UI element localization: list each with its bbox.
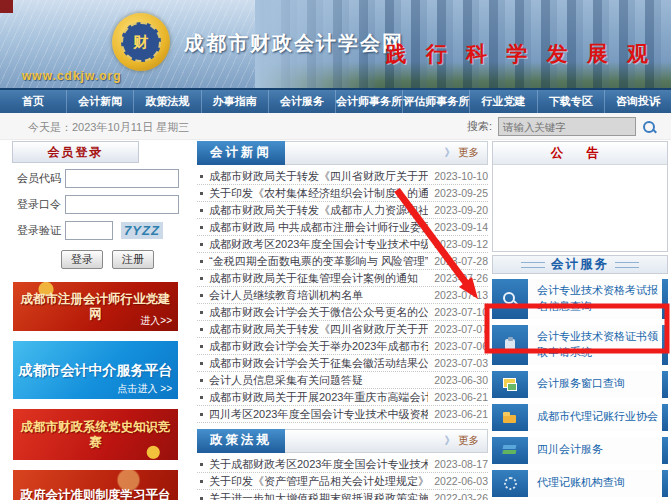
news-link[interactable]: 会计人员信息采集有关问题答疑: [209, 373, 428, 388]
nav-link[interactable]: 会计新闻: [78, 94, 122, 109]
line-decoration: [615, 262, 639, 268]
tab-policy-regulations[interactable]: 政策法规: [197, 429, 285, 453]
nav-item[interactable]: 会计服务: [269, 90, 336, 113]
service-link[interactable]: 会计专业技术资格考试报名信息查询: [528, 279, 662, 319]
nav-link[interactable]: 下载专区: [549, 94, 593, 109]
service-link[interactable]: 代理记账机构查询: [528, 470, 662, 497]
more-arrows-icon: 》: [445, 146, 456, 158]
nav-item[interactable]: 办事指南: [202, 90, 269, 113]
nav-link[interactable]: 评估师事务所: [403, 94, 469, 109]
bullet-icon: [200, 497, 203, 500]
nav-item[interactable]: 首页: [0, 90, 67, 113]
corner-decoration: [0, 0, 13, 13]
service-link[interactable]: 成都市代理记账行业协会: [528, 404, 662, 431]
policy-link[interactable]: 关于进一步加大增值税期末留抵退税政策实施力度的公...: [209, 491, 428, 500]
service-item[interactable]: 成都市代理记账行业协会: [492, 404, 668, 431]
banner-stack: 成都市注册会计师行业党建网 进入>> 成都市会计中介服务平台 点击进入 >> 成…: [13, 282, 178, 500]
news-date: 2023-09-14: [434, 221, 488, 233]
promo-banner[interactable]: 政府会计准则制度学习平台: [13, 470, 178, 500]
service-item[interactable]: 会计服务窗口查询: [492, 371, 668, 398]
news-item: 会计人员继续教育培训机构名单 2023-07-13: [197, 287, 488, 304]
policy-more-link[interactable]: 》 更多: [445, 434, 487, 448]
service-link[interactable]: 会计服务窗口查询: [528, 371, 662, 398]
member-code-field[interactable]: [65, 169, 179, 188]
policy-list: 关于成都财政考区2023年度全国会计专业技术中级... 2023-08-17 关…: [197, 456, 488, 500]
nav-link[interactable]: 政策法规: [146, 94, 190, 109]
service-link[interactable]: 会计专业技术资格证书领取申请系统: [528, 325, 662, 365]
nav-item[interactable]: 会计新闻: [67, 90, 134, 113]
nav-link[interactable]: 会计服务: [280, 94, 324, 109]
nav-item[interactable]: 行业党建: [470, 90, 537, 113]
nav-link[interactable]: 办事指南: [213, 94, 257, 109]
service-icon-rail: [492, 325, 528, 365]
service-item[interactable]: 会计专业技术资格考试报名信息查询: [492, 279, 668, 319]
policy-date: 2022-06-03: [434, 475, 488, 487]
password-field[interactable]: [65, 195, 179, 214]
service-item[interactable]: 四川会计服务: [492, 437, 668, 464]
service-item[interactable]: 会计专业技术资格证书领取申请系统: [492, 325, 668, 365]
promo-banner[interactable]: 成都市财政系统党史知识竞赛: [13, 409, 178, 460]
nav-link[interactable]: 会计师事务所: [336, 94, 402, 109]
news-link[interactable]: 成都市财政会计学会关于征集会徽活动结果公告: [209, 356, 428, 371]
nav-link[interactable]: 行业党建: [482, 94, 526, 109]
news-link[interactable]: 关于印发《农村集体经济组织会计制度》的通知: [209, 186, 428, 201]
news-link[interactable]: 会计人员继续教育培训机构名单: [209, 288, 428, 303]
news-date: 2023-10-10: [434, 170, 488, 182]
news-link[interactable]: 四川考区2023年度全国会计专业技术中级资格考试...: [209, 407, 428, 422]
service-icon: [502, 409, 518, 425]
tab-accounting-news[interactable]: 会计新闻: [197, 141, 285, 165]
nav-link[interactable]: 咨询投诉: [616, 94, 660, 109]
news-more-link[interactable]: 》 更多: [445, 146, 487, 160]
register-button[interactable]: 注册: [112, 250, 154, 269]
news-link[interactable]: 成都市财政会计学会关于举办2023年成都市行政事...: [209, 339, 428, 354]
policy-link[interactable]: 关于成都财政考区2023年度全国会计专业技术中级...: [209, 457, 428, 472]
nav-item[interactable]: 政策法规: [134, 90, 201, 113]
banner-enter-link[interactable]: 点击进入 >>: [118, 382, 172, 396]
search-magnifier-icon[interactable]: [641, 119, 657, 135]
policy-link[interactable]: 关于印发《资产管理产品相关会计处理规定》的通知: [209, 474, 428, 489]
news-link[interactable]: 成都市财政局关于转发《四川省财政厅关于开展202...: [209, 322, 428, 337]
nav-item[interactable]: 下载专区: [538, 90, 605, 113]
service-link[interactable]: 四川会计服务: [528, 437, 662, 464]
service-icon-rail: [492, 437, 528, 464]
news-link[interactable]: 成都市财政局关于转发《成都市人力资源和社会保障...: [209, 203, 428, 218]
service-item[interactable]: 代理记账机构查询: [492, 470, 668, 497]
captcha-field[interactable]: [65, 221, 113, 240]
member-code-label: 会员代码: [17, 171, 65, 186]
captcha-label: 登录验证: [17, 223, 65, 238]
news-link[interactable]: 成都市财政局关于开展2023年重庆市高端会计人才...: [209, 390, 428, 405]
login-button[interactable]: 登录: [61, 250, 103, 269]
news-item: 关于印发《农村集体经济组织会计制度》的通知 2023-09-25: [197, 185, 488, 202]
news-date: 2023-07-13: [434, 289, 488, 301]
promo-banner[interactable]: 成都市会计中介服务平台 点击进入 >>: [13, 341, 178, 399]
news-date: 2023-06-21: [434, 391, 488, 403]
more-arrows-icon: 》: [445, 434, 456, 446]
nav-link[interactable]: 首页: [22, 94, 44, 109]
captcha-image[interactable]: 7YZZ: [121, 222, 163, 239]
services-title: 会计服务: [551, 256, 609, 273]
bullet-icon: [200, 362, 203, 365]
news-link[interactable]: 成都市财政局 中共成都市注册会计师行业委员会关...: [209, 220, 428, 235]
banner-enter-link[interactable]: 进入>>: [140, 314, 172, 328]
news-link[interactable]: 成都财政考区2023年度全国会计专业技术中级资格...: [209, 237, 428, 252]
logo-glyph: 财: [134, 33, 149, 52]
banner-label: 政府会计准则制度学习平台: [17, 488, 175, 500]
search-input[interactable]: [498, 117, 636, 136]
password-label: 登录口令: [17, 197, 65, 212]
nav-item[interactable]: 咨询投诉: [605, 90, 671, 113]
service-edge-bar: [662, 437, 668, 464]
news-link[interactable]: 成都市财政会计学会关于微信公众号更名的公告: [209, 305, 428, 320]
news-link[interactable]: 成都市财政局关于转发《四川省财政厅关于开展202...: [209, 169, 428, 184]
news-link[interactable]: “金税四期全面数电票的变革影响与 风险管理”会员...: [209, 254, 428, 269]
news-item: 会计人员信息采集有关问题答疑 2023-06-30: [197, 372, 488, 389]
bullet-icon: [200, 463, 203, 466]
service-edge-bar: [662, 279, 668, 319]
nav-item[interactable]: 评估师事务所: [403, 90, 470, 113]
news-date: 2023-07-28: [434, 255, 488, 267]
nav-item[interactable]: 会计师事务所: [336, 90, 403, 113]
bullet-icon: [200, 192, 203, 195]
news-link[interactable]: 成都市财政局关于征集管理会计案例的通知: [209, 271, 428, 286]
news-item: 成都市财政局 中共成都市注册会计师行业委员会关... 2023-09-14: [197, 219, 488, 236]
promo-banner[interactable]: 成都市注册会计师行业党建网 进入>>: [13, 282, 178, 331]
bullet-icon: [200, 413, 203, 416]
